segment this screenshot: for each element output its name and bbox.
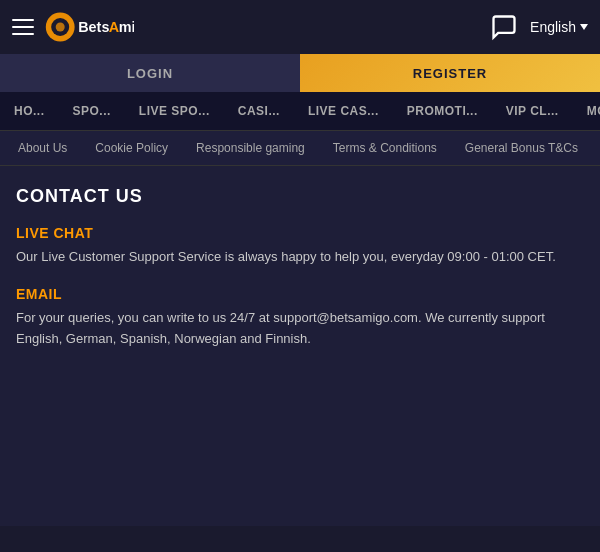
nav-item-vip[interactable]: VIP CL... (492, 92, 573, 130)
login-button[interactable]: LOGIN (0, 54, 300, 92)
email-section: EMAIL For your queries, you can write to… (16, 286, 584, 350)
page-title: CONTACT US (16, 186, 584, 207)
tab-about-us[interactable]: About Us (4, 131, 81, 165)
chevron-down-icon (580, 24, 588, 30)
sub-nav: About Us Cookie Policy Responsible gamin… (0, 131, 600, 166)
svg-point-2 (56, 23, 65, 32)
main-content: CONTACT US LIVE CHAT Our Live Customer S… (0, 166, 600, 526)
live-chat-text: Our Live Customer Support Service is alw… (16, 247, 584, 268)
svg-text:Bets: Bets (78, 19, 109, 35)
nav-item-more[interactable]: MORE CASINOS (573, 92, 600, 130)
nav-item-live-casino[interactable]: LIVE CAS... (294, 92, 393, 130)
nav-item-casino[interactable]: CASI... (224, 92, 294, 130)
tab-cookie-policy[interactable]: Cookie Policy (81, 131, 182, 165)
email-heading: EMAIL (16, 286, 584, 302)
nav-item-live-sports[interactable]: LIVE SPO... (125, 92, 224, 130)
tab-terms[interactable]: Terms & Conditions (319, 131, 451, 165)
nav-item-sports[interactable]: SPO... (59, 92, 125, 130)
nav-item-promotions[interactable]: PROMOTI... (393, 92, 492, 130)
tab-responsible-gaming[interactable]: Responsible gaming (182, 131, 319, 165)
language-label: English (530, 19, 576, 35)
register-button[interactable]: REGISTER (300, 54, 600, 92)
language-selector[interactable]: English (530, 19, 588, 35)
tab-faq[interactable]: FAQ (592, 131, 600, 165)
nav-item-home[interactable]: HO... (0, 92, 59, 130)
live-chat-heading: LIVE CHAT (16, 225, 584, 241)
auth-bar: LOGIN REGISTER (0, 54, 600, 92)
logo: Bets A migo (44, 9, 134, 45)
chat-icon[interactable] (490, 13, 518, 41)
header-left: Bets A migo (12, 9, 134, 45)
header: Bets A migo English (0, 0, 600, 54)
live-chat-section: LIVE CHAT Our Live Customer Support Serv… (16, 225, 584, 268)
svg-text:migo: migo (119, 19, 134, 35)
main-nav: HO... SPO... LIVE SPO... CASI... LIVE CA… (0, 92, 600, 131)
tab-bonus-tcs[interactable]: General Bonus T&Cs (451, 131, 592, 165)
menu-icon[interactable] (12, 19, 34, 35)
header-right: English (490, 13, 588, 41)
email-text: For your queries, you can write to us 24… (16, 308, 584, 350)
